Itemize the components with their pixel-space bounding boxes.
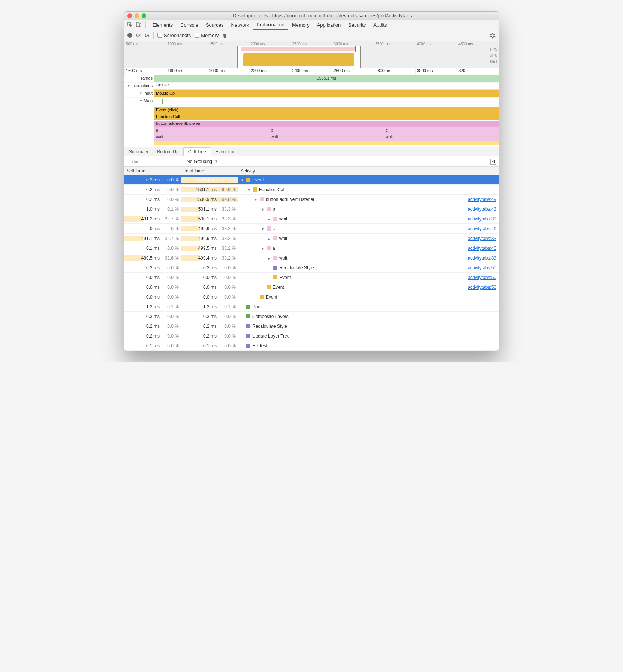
tab-application[interactable]: Application <box>313 20 345 30</box>
disclosure-icon[interactable]: ▼ <box>247 188 251 191</box>
table-row[interactable]: 0.1 ms0.0 %0.1 ms0.0 %Hit Test <box>124 341 499 351</box>
table-row[interactable]: 0 ms0 %499.9 ms33.2 %▼cactivitytabs:46 <box>124 224 499 234</box>
reload-icon[interactable]: ⟳ <box>136 32 141 39</box>
disclosure-icon[interactable] <box>268 276 271 279</box>
activity-name: b <box>273 207 275 212</box>
disclosure-icon[interactable] <box>241 325 244 328</box>
record-button[interactable] <box>127 33 132 38</box>
table-row[interactable]: 0.2 ms0.0 %1501.1 ms99.9 %▼Function Call <box>124 185 499 195</box>
tab-security[interactable]: Security <box>344 20 370 30</box>
table-row[interactable]: 0.0 ms0.0 %0.0 ms0.0 %Eventactivitytabs:… <box>124 273 499 282</box>
source-link[interactable]: activitytabs:40 <box>468 246 496 251</box>
task-marker <box>162 99 163 104</box>
grouping-select[interactable]: No Grouping ▼ <box>187 159 218 164</box>
fn-b-bar[interactable]: b <box>269 128 383 134</box>
table-row[interactable]: 491.3 ms32.7 %500.1 ms33.3 %▶waitactivit… <box>124 214 499 224</box>
disclosure-icon[interactable]: ▼ <box>261 227 265 230</box>
table-row[interactable]: 1.2 ms0.1 %1.2 ms0.1 %Paint <box>124 302 499 312</box>
source-link[interactable]: activitytabs:46 <box>468 226 496 231</box>
disclosure-icon[interactable]: ▶ <box>268 218 271 220</box>
more-icon[interactable]: ⋮ <box>483 21 497 29</box>
disclosure-icon[interactable]: ▼ <box>241 178 244 182</box>
table-row[interactable]: 489.5 ms32.6 %499.4 ms33.2 %▶waitactivit… <box>124 253 499 263</box>
wait-bar[interactable]: wait <box>269 134 383 141</box>
event-click-bar[interactable]: Event (click) <box>154 107 499 114</box>
zoom-icon[interactable] <box>142 14 146 18</box>
minimize-icon[interactable] <box>135 14 139 18</box>
tab-performance[interactable]: Performance <box>253 20 288 30</box>
screenshots-checkbox[interactable]: Screenshots <box>157 33 191 38</box>
details-tab-event-log[interactable]: Event Log <box>211 147 240 156</box>
close-icon[interactable] <box>127 14 132 18</box>
disclosure-icon[interactable] <box>268 266 271 269</box>
col-self[interactable]: Self Time <box>124 168 181 174</box>
micro-tasks-bar[interactable] <box>154 141 499 145</box>
listener-bar[interactable]: button.addEventListener <box>154 121 499 127</box>
source-link[interactable]: activitytabs:33 <box>468 216 496 222</box>
tab-network[interactable]: Network <box>228 20 253 30</box>
source-link[interactable]: activitytabs:50 <box>468 285 496 290</box>
disclosure-icon[interactable] <box>254 296 258 298</box>
tab-memory[interactable]: Memory <box>288 20 313 30</box>
activity-name: wait <box>279 255 287 261</box>
tab-audits[interactable]: Audits <box>370 20 391 30</box>
disclosure-icon[interactable] <box>241 315 244 318</box>
details-tab-summary[interactable]: Summary <box>124 147 153 156</box>
table-row[interactable]: 0.3 ms0.0 %1501.4 ms99.9 %▼Event <box>124 175 499 185</box>
table-row[interactable]: 0.3 ms0.0 %0.3 ms0.0 %Composite Layers <box>124 312 499 321</box>
showall-button[interactable]: ◂▮ <box>490 159 496 165</box>
source-link[interactable]: activitytabs:33 <box>468 236 496 241</box>
screenshots-label: Screenshots <box>164 33 191 38</box>
wait-bar[interactable]: wait <box>154 134 269 141</box>
disclosure-icon[interactable]: ▼ <box>261 208 265 211</box>
source-link[interactable]: activitytabs:33 <box>468 255 496 261</box>
inspect-icon[interactable] <box>126 21 133 28</box>
function-call-bar[interactable]: Function Call <box>154 114 499 120</box>
table-row[interactable]: 491.1 ms32.7 %499.9 ms33.2 %▶waitactivit… <box>124 234 499 243</box>
disclosure-icon[interactable]: ▶ <box>268 237 271 240</box>
device-icon[interactable] <box>135 21 142 28</box>
source-link[interactable]: activitytabs:43 <box>468 207 496 212</box>
frame-bar[interactable]: 1505.1 ms <box>154 75 499 82</box>
table-row[interactable]: 0.1 ms0.0 %499.5 ms33.2 %▼aactivitytabs:… <box>124 243 499 253</box>
filter-input[interactable] <box>127 158 183 165</box>
wait-bar[interactable]: wait <box>384 134 499 141</box>
mouseup-bar[interactable]: Mouse Up <box>154 90 499 97</box>
fn-c-bar[interactable]: c <box>384 128 499 134</box>
flame-chart[interactable]: Frames 1505.1 ms Interactions sponse Inp… <box>124 75 499 147</box>
overview-panel[interactable]: 500 ms1000 ms1500 ms2000 ms2500 ms3000 m… <box>124 41 499 68</box>
panel-tabs: ElementsConsoleSourcesNetworkPerformance… <box>149 20 391 30</box>
table-row[interactable]: 0.2 ms0.0 %1500.9 ms99.8 %▼button.addEve… <box>124 195 499 204</box>
overview-selection[interactable] <box>237 46 361 68</box>
tab-sources[interactable]: Sources <box>202 20 228 30</box>
col-activity[interactable]: Activity <box>238 168 499 174</box>
trash-icon[interactable] <box>222 33 228 38</box>
clear-icon[interactable]: ⊘ <box>145 32 150 39</box>
table-row[interactable]: 0.2 ms0.0 %0.2 ms0.0 %Recalculate Stylea… <box>124 263 499 273</box>
disclosure-icon[interactable] <box>241 305 244 308</box>
table-row[interactable]: 0.2 ms0.0 %0.2 ms0.0 %Update Layer Tree <box>124 331 499 341</box>
details-tab-call-tree[interactable]: Call Tree <box>183 147 211 156</box>
details-tab-bottom-up[interactable]: Bottom-Up <box>153 147 183 156</box>
table-row[interactable]: 0.2 ms0.0 %0.2 ms0.0 %Recalculate Style <box>124 321 499 331</box>
activity-color-icon <box>273 236 277 240</box>
disclosure-icon[interactable]: ▼ <box>261 247 265 250</box>
disclosure-icon[interactable]: ▶ <box>268 256 271 260</box>
tab-console[interactable]: Console <box>177 20 202 30</box>
source-link[interactable]: activitytabs:50 <box>468 265 496 270</box>
disclosure-icon[interactable] <box>241 344 244 347</box>
table-row[interactable]: 0.0 ms0.0 %0.0 ms0.0 %Event <box>124 292 499 302</box>
fn-a-bar[interactable]: a <box>154 128 269 134</box>
col-total[interactable]: Total Time <box>181 168 238 174</box>
table-row[interactable]: 1.0 ms0.1 %501.1 ms33.3 %▼bactivitytabs:… <box>124 204 499 214</box>
source-link[interactable]: activitytabs:50 <box>468 275 496 280</box>
disclosure-icon[interactable]: ▼ <box>254 198 258 201</box>
source-link[interactable]: activitytabs:49 <box>468 197 496 202</box>
disclosure-icon[interactable] <box>261 286 265 289</box>
gear-icon[interactable] <box>490 33 496 39</box>
disclosure-icon[interactable] <box>241 334 244 338</box>
tab-elements[interactable]: Elements <box>149 20 177 30</box>
table-row[interactable]: 0.0 ms0.0 %0.0 ms0.0 %Eventactivitytabs:… <box>124 282 499 292</box>
activity-name: c <box>273 226 275 231</box>
memory-checkbox[interactable]: Memory <box>195 33 219 38</box>
